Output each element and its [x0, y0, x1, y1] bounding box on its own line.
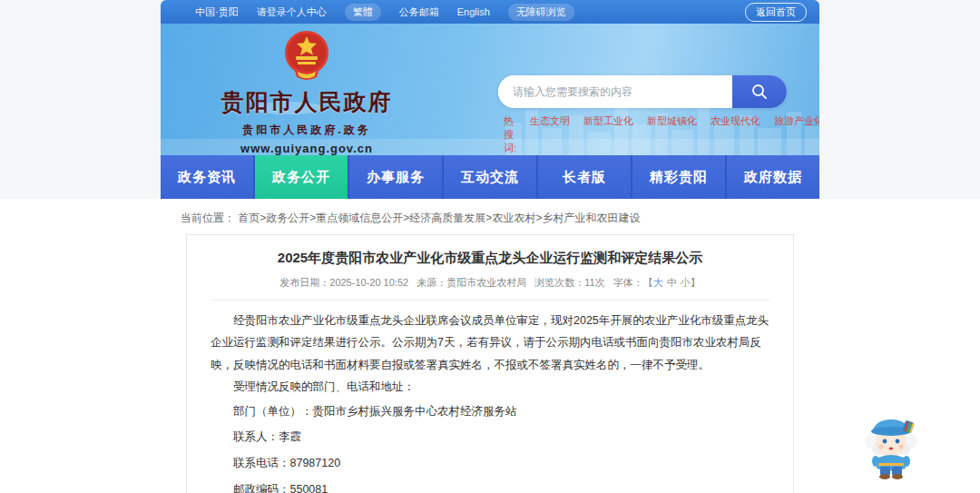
- views-value: 11次: [584, 277, 604, 288]
- publish-date-label: 发布日期：: [279, 277, 329, 288]
- search-bar: [498, 75, 787, 108]
- contact-department: 部门（单位）：贵阳市乡村振兴服务中心农村经济服务站: [233, 399, 769, 425]
- article-title: 2025年度贵阳市农业产业化市级重点龙头企业运行监测和评定结果公示: [211, 248, 769, 267]
- nav-item-gov-disclosure[interactable]: 政务公开: [255, 155, 348, 199]
- contact-person: 联系人：李霞: [233, 424, 769, 450]
- mascot-character-icon: [858, 410, 924, 479]
- topbar-item-login-personal-center[interactable]: 请登录个人中心: [257, 5, 327, 19]
- nav-item-wonderful-guiyang[interactable]: 精彩贵阳: [632, 155, 725, 199]
- article-meta: 发布日期：2025-10-20 10:52 来源：贵阳市农业农村局 浏览次数：1…: [211, 276, 769, 301]
- search-button[interactable]: [732, 75, 787, 108]
- views-label: 浏览次数：: [534, 277, 584, 288]
- breadcrumb-label: 当前位置：: [181, 212, 235, 224]
- contact-phone: 联系电话：87987120: [233, 450, 769, 477]
- topbar-item-official-mail[interactable]: 公务邮箱: [399, 5, 439, 19]
- hot-search-words: 热搜词: 生态文明 新型工业化 新型城镇化 农业现代化 旅游产业化 贵阳简介: [504, 114, 819, 155]
- site-subtitle: 贵阳市人民政府.政务: [202, 123, 411, 138]
- source-value: 贵阳市农业农村局: [446, 277, 526, 288]
- font-bracket-close: 】: [691, 277, 701, 288]
- breadcrumb: 当前位置： 首页>政务公开>重点领域信息公开>经济高质量发展>农业农村>乡村产业…: [161, 199, 819, 226]
- site-title: 贵阳市人民政府: [202, 87, 411, 117]
- national-emblem-icon: [282, 29, 331, 82]
- content-area: 当前位置： 首页>政务公开>重点领域信息公开>经济高质量发展>农业农村>乡村产业…: [0, 199, 980, 493]
- breadcrumb-path[interactable]: 首页>政务公开>重点领域信息公开>经济高质量发展>农业农村>乡村产业和农田建设: [238, 212, 640, 224]
- font-size-large-button[interactable]: 大: [653, 277, 663, 288]
- site-column: 中国·贵阳 请登录个人中心 繁體 公务邮箱 English 无障碍浏览 返回首页: [161, 0, 819, 199]
- topbar-item-accessibility[interactable]: 无障碍浏览: [508, 4, 574, 21]
- article-body: 经贵阳市农业产业化市级重点龙头企业联席会议成员单位审定，现对2025年开展的农业…: [211, 310, 769, 493]
- topbar-item-traditional-chinese[interactable]: 繁體: [345, 4, 381, 21]
- hot-word-industrialization[interactable]: 新型工业化: [583, 114, 633, 155]
- topbar-links: 中国·贵阳 请登录个人中心 繁體 公务邮箱 English 无障碍浏览: [195, 4, 745, 21]
- main-nav: 政务资讯 政务公开 办事服务 互动交流 长者版 精彩贵阳 政府数据: [161, 155, 819, 199]
- font-size-medium-button[interactable]: 中: [667, 277, 677, 288]
- source-label: 来源：: [416, 277, 446, 288]
- article-card: 2025年度贵阳市农业产业化市级重点龙头企业运行监测和评定结果公示 发布日期：2…: [186, 234, 794, 493]
- top-utility-bar: 中国·贵阳 请登录个人中心 繁體 公务邮箱 English 无障碍浏览 返回首页: [161, 0, 819, 24]
- paragraph-notice: 经贵阳市农业产业化市级重点龙头企业联席会议成员单位审定，现对2025年开展的农业…: [211, 310, 769, 376]
- return-home-button[interactable]: 返回首页: [745, 3, 807, 22]
- hot-word-agriculture[interactable]: 农业现代化: [710, 114, 760, 155]
- nav-item-services[interactable]: 办事服务: [349, 155, 442, 199]
- nav-item-interaction[interactable]: 互动交流: [444, 155, 536, 199]
- hot-word-ecology[interactable]: 生态文明: [530, 114, 570, 155]
- postal-code: 邮政编码：550081: [233, 477, 769, 493]
- topbar-item-china-guiyang[interactable]: 中国·贵阳: [195, 5, 239, 19]
- topbar-item-english[interactable]: English: [457, 6, 490, 17]
- nav-item-senior-version[interactable]: 长者版: [538, 155, 631, 199]
- search-icon: [750, 83, 769, 101]
- hot-search-label: 热搜词:: [504, 114, 516, 155]
- search-input[interactable]: [498, 75, 732, 108]
- nav-item-news[interactable]: 政务资讯: [161, 155, 253, 199]
- paragraph-feedback-intro: 受理情况反映的部门、电话和地址：: [211, 376, 769, 398]
- font-size-label: 字体：: [613, 277, 643, 288]
- publish-date: 2025-10-20 10:52: [329, 277, 408, 288]
- hot-word-urbanization[interactable]: 新型城镇化: [647, 114, 697, 155]
- header-banner: 贵阳市人民政府 贵阳市人民政府.政务 www.guiyang.gov.cn 热搜…: [161, 24, 819, 155]
- hot-word-tourism[interactable]: 旅游产业化: [774, 114, 819, 155]
- site-logo[interactable]: 贵阳市人民政府 贵阳市人民政府.政务 www.guiyang.gov.cn: [202, 29, 411, 155]
- nav-item-gov-data[interactable]: 政府数据: [727, 155, 819, 199]
- site-url: www.guiyang.gov.cn: [202, 142, 411, 155]
- font-bracket-open: 【: [643, 277, 653, 288]
- mascot-widget[interactable]: [858, 410, 924, 479]
- font-size-small-button[interactable]: 小: [681, 277, 691, 288]
